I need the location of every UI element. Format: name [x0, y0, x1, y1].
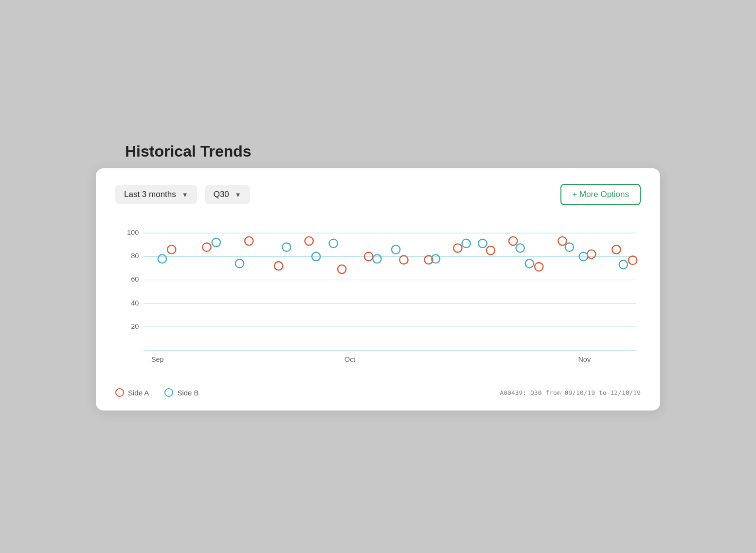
- dot-a-15: [587, 250, 595, 258]
- legend-label-b: Side B: [177, 389, 198, 397]
- dot-b-1: [158, 255, 166, 263]
- toolbar: Last 3 months ▼ Q30 ▼ + More Options: [115, 184, 641, 205]
- metric-label: Q30: [214, 190, 229, 199]
- dot-a-16: [612, 245, 620, 253]
- x-label-sep: Sep: [151, 356, 164, 363]
- y-label-100: 100: [127, 229, 139, 236]
- legend-circle-b: [164, 388, 173, 397]
- dot-a-5: [305, 237, 313, 245]
- dot-b-8: [392, 245, 400, 253]
- dot-b-12: [516, 244, 524, 252]
- dot-b-7: [373, 255, 381, 263]
- dot-b-16: [619, 260, 628, 268]
- legend-side-a: Side A: [115, 388, 149, 397]
- dot-a-4: [274, 262, 283, 270]
- card: Last 3 months ▼ Q30 ▼ + More Options: [96, 168, 660, 410]
- page-title: Historical Trends: [96, 143, 660, 161]
- y-label-40: 40: [131, 299, 139, 307]
- x-label-oct: Oct: [344, 356, 355, 363]
- legend-label-a: Side A: [128, 389, 149, 397]
- dot-a-1: [167, 245, 176, 253]
- metric-dropdown[interactable]: Q30 ▼: [205, 185, 250, 204]
- y-label-20: 20: [131, 322, 139, 330]
- dot-a-17: [629, 256, 637, 264]
- y-label-60: 60: [131, 275, 139, 283]
- dot-a-13: [535, 263, 543, 271]
- dot-b-6: [329, 239, 338, 248]
- more-options-button[interactable]: + More Options: [560, 184, 641, 205]
- dot-b-11: [478, 239, 486, 248]
- dot-b-14: [565, 243, 574, 251]
- dot-b-3: [235, 259, 244, 268]
- chevron-down-icon: ▼: [182, 191, 188, 198]
- legend-side-b: Side B: [164, 388, 198, 397]
- chart-area: 100 80 60 40 20 Sep Oct Nov: [115, 221, 641, 397]
- time-range-label: Last 3 months: [124, 190, 176, 199]
- dot-a-8: [399, 255, 408, 264]
- legend-circle-a: [115, 388, 124, 397]
- dot-a-6: [338, 265, 346, 273]
- y-label-80: 80: [131, 252, 139, 260]
- dot-b-2: [212, 238, 220, 247]
- dot-a-2: [202, 243, 211, 251]
- legend: Side A Side B A00439: Q30 from 09/10/19 …: [115, 388, 641, 397]
- page-wrapper: Historical Trends Last 3 months ▼ Q30 ▼ …: [86, 123, 670, 430]
- dot-a-11: [486, 246, 495, 254]
- time-range-dropdown[interactable]: Last 3 months ▼: [115, 185, 197, 204]
- dot-a-3: [245, 237, 253, 245]
- dot-a-14: [558, 237, 566, 245]
- dot-b-4: [282, 243, 290, 251]
- chart-svg: 100 80 60 40 20 Sep Oct Nov: [115, 221, 641, 381]
- chevron-down-icon: ▼: [235, 191, 241, 198]
- x-label-nov: Nov: [578, 356, 591, 363]
- dot-b-13: [525, 259, 534, 268]
- dot-a-12: [509, 237, 517, 245]
- dot-a-10: [453, 244, 462, 252]
- dot-b-10: [462, 239, 470, 248]
- legend-note: A00439: Q30 from 09/10/19 to 12/10/19: [500, 389, 641, 396]
